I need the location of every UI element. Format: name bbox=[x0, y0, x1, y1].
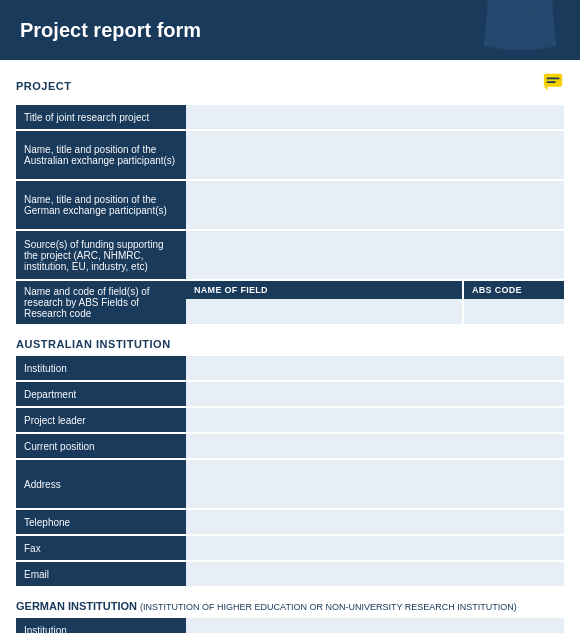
row-australian-participant: Name, title and position of the Australi… bbox=[16, 131, 564, 179]
project-section-header: PROJECT bbox=[16, 72, 564, 99]
input-email[interactable] bbox=[186, 562, 564, 586]
label-german-participant: Name, title and position of the German e… bbox=[16, 181, 186, 229]
german-label-sub: (INSTITUTION OF HIGHER EDUCATION OR NON-… bbox=[140, 602, 517, 612]
row-institution: Institution bbox=[16, 356, 564, 380]
german-label-main: GERMAN INSTITUTION bbox=[16, 600, 137, 612]
abs-name-header: NAME OF FIELD bbox=[186, 281, 462, 299]
label-department: Department bbox=[16, 382, 186, 406]
label-institution: Institution bbox=[16, 356, 186, 380]
row-email: Email bbox=[16, 562, 564, 586]
label-fax: Fax bbox=[16, 536, 186, 560]
row-telephone: Telephone bbox=[16, 510, 564, 534]
page-title: Project report form bbox=[20, 19, 201, 42]
australian-section-label: AUSTRALIAN INSTITUTION bbox=[16, 338, 564, 350]
row-current-position: Current position bbox=[16, 434, 564, 458]
abs-code-input[interactable] bbox=[464, 299, 564, 324]
german-section-label: GERMAN INSTITUTION (INSTITUTION OF HIGHE… bbox=[16, 600, 564, 612]
label-telephone: Telephone bbox=[16, 510, 186, 534]
row-department: Department bbox=[16, 382, 564, 406]
input-funding[interactable] bbox=[186, 231, 564, 279]
input-australian-participant[interactable] bbox=[186, 131, 564, 179]
input-german-participant[interactable] bbox=[186, 181, 564, 229]
input-telephone[interactable] bbox=[186, 510, 564, 534]
input-german-institution[interactable] bbox=[186, 618, 564, 633]
label-german-institution: Institution bbox=[16, 618, 186, 633]
row-german-institution: Institution bbox=[16, 618, 564, 633]
label-address: Address bbox=[16, 460, 186, 508]
header: Project report form bbox=[0, 0, 580, 60]
label-project-leader: Project leader bbox=[16, 408, 186, 432]
label-australian-participant: Name, title and position of the Australi… bbox=[16, 131, 186, 179]
row-abs: Name and code of field(s) of research by… bbox=[16, 281, 564, 324]
row-funding: Source(s) of funding supporting the proj… bbox=[16, 231, 564, 279]
form-content: PROJECT Title of joint research project … bbox=[0, 60, 580, 633]
input-title[interactable] bbox=[186, 105, 564, 129]
svg-rect-1 bbox=[544, 74, 562, 87]
input-institution[interactable] bbox=[186, 356, 564, 380]
abs-name-input[interactable] bbox=[186, 299, 462, 324]
input-department[interactable] bbox=[186, 382, 564, 406]
row-fax: Fax bbox=[16, 536, 564, 560]
input-address[interactable] bbox=[186, 460, 564, 508]
input-current-position[interactable] bbox=[186, 434, 564, 458]
chat-icon[interactable] bbox=[542, 72, 564, 99]
svg-rect-3 bbox=[547, 81, 556, 83]
abs-code-header: ABS CODE bbox=[464, 281, 564, 299]
label-abs: Name and code of field(s) of research by… bbox=[16, 281, 186, 324]
row-address: Address bbox=[16, 460, 564, 508]
abs-name-col: NAME OF FIELD bbox=[186, 281, 462, 324]
input-fax[interactable] bbox=[186, 536, 564, 560]
row-project-leader: Project leader bbox=[16, 408, 564, 432]
label-title: Title of joint research project bbox=[16, 105, 186, 129]
svg-rect-2 bbox=[547, 78, 560, 80]
label-current-position: Current position bbox=[16, 434, 186, 458]
row-title: Title of joint research project bbox=[16, 105, 564, 129]
project-section-label: PROJECT bbox=[16, 80, 71, 92]
label-email: Email bbox=[16, 562, 186, 586]
svg-point-0 bbox=[504, 6, 536, 38]
header-decoration bbox=[480, 0, 560, 60]
abs-code-col: ABS CODE bbox=[464, 281, 564, 324]
row-german-participant: Name, title and position of the German e… bbox=[16, 181, 564, 229]
input-project-leader[interactable] bbox=[186, 408, 564, 432]
label-funding: Source(s) of funding supporting the proj… bbox=[16, 231, 186, 279]
